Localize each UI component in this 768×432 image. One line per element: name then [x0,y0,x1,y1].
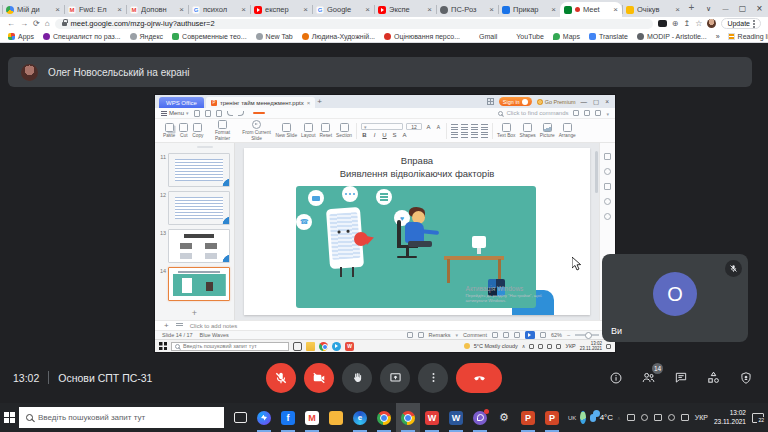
keyboard-layout-label[interactable]: UK [568,415,576,421]
comment-button[interactable]: Comment [463,332,487,338]
notification-center-button[interactable]: 22 [752,413,764,423]
increase-font-icon[interactable]: A [425,124,432,130]
bookmark-item[interactable]: Яндекс [130,33,164,40]
save-icon[interactable] [194,110,200,117]
activities-button[interactable] [706,370,721,385]
camera-toggle-button[interactable] [304,363,334,393]
fit-slide-icon[interactable] [540,332,546,338]
tab-close-icon[interactable] [55,5,60,14]
underline-button[interactable]: U [381,132,388,138]
bookmark-item[interactable]: Оцінювання персо... [384,33,460,40]
browser-tab[interactable]: ПС-Роз [436,2,498,17]
notes-bar[interactable]: Click to add notes [155,320,615,330]
tray-icon[interactable] [529,344,534,349]
animation-pane-icon[interactable] [604,183,611,190]
taskbar-app-button[interactable] [396,403,420,432]
lock-icon[interactable] [62,22,67,26]
find-commands[interactable]: Click to find commands [498,110,568,116]
host-controls-button[interactable] [739,371,753,385]
weather-app-icon[interactable] [580,411,586,424]
bullet-list-icon[interactable] [451,124,458,130]
tab-close-icon[interactable] [551,5,556,14]
wps-notify-icon[interactable] [573,110,579,116]
line-spacing-icon[interactable] [481,124,488,130]
wps-close-icon[interactable]: × [605,98,609,106]
end-call-button[interactable] [456,363,502,393]
taskbar-app-button[interactable] [300,403,324,432]
presenter-search-box[interactable]: Введіть пошуковий запит тут [171,342,289,351]
toolbar-button[interactable]: Arrange [559,123,576,139]
browser-tab[interactable]: Доповн [126,2,188,17]
more-tools-icon[interactable] [604,213,611,220]
tray-volume-icon[interactable] [668,414,675,421]
toolbar-button[interactable]: New Slide [275,123,297,139]
bookmark-item[interactable]: Специалист по раз... [43,33,121,40]
tray-display-icon[interactable] [627,414,635,421]
remarks-button[interactable]: Remarks [429,332,451,338]
toolbar-button[interactable]: Text Box [497,123,515,139]
align-left-icon[interactable] [451,132,458,138]
properties-icon[interactable] [604,168,611,175]
presenter-language[interactable]: УКР [565,343,575,349]
tray-icon[interactable] [538,344,543,349]
close-button[interactable] [751,0,768,17]
chrome-icon[interactable] [319,342,328,351]
bookmarks-overflow-icon[interactable]: » [716,33,720,40]
taskbar-app-button[interactable] [324,403,348,432]
slide-thumbnail[interactable]: 14 [157,267,230,301]
tab-close-icon[interactable] [365,5,370,14]
bookmark-item[interactable]: New Tab [256,33,293,40]
wps-menu-button[interactable]: Menu [161,110,189,116]
slide-thumbnail[interactable]: 11 [157,153,230,187]
tray-cloud-icon[interactable] [641,414,648,421]
panel-tab[interactable] [197,146,213,148]
raise-hand-button[interactable] [342,363,372,393]
handout-icon[interactable] [418,332,424,338]
browser-tab[interactable]: Прикар [498,2,560,17]
tab-close-icon[interactable] [179,5,184,14]
slide-sorter-icon[interactable] [503,332,509,338]
wps-restore-icon[interactable]: ▢ [593,98,599,106]
align-center-icon[interactable] [461,132,468,138]
wps-minimize-icon[interactable]: — [581,98,588,106]
new-tab-button[interactable] [683,0,700,15]
justify-icon[interactable] [481,132,488,138]
wps-new-tab-icon[interactable] [317,90,322,108]
toolbar-button[interactable]: Shapes [519,123,535,139]
chat-button[interactable] [674,371,688,385]
presenter-weather[interactable]: 5°C Mostly cloudy [474,343,518,349]
update-button[interactable]: Update [721,18,761,29]
tab-search-icon[interactable] [700,0,717,17]
undo-icon[interactable] [227,111,233,116]
tray-expand-icon[interactable] [522,343,526,349]
taskbar-search-input[interactable] [38,413,217,422]
self-view-tile[interactable]: O Ви [602,254,748,342]
participants-button[interactable]: 14 [641,370,656,385]
add-note-icon[interactable] [164,321,169,330]
address-bar[interactable]: meet.google.com/mzg-ojrw-iuy?authuser=2 [55,19,653,29]
zoom-out-icon[interactable] [567,332,571,338]
normal-view-icon[interactable] [492,332,498,338]
mic-toggle-button[interactable] [266,363,296,393]
ribbon-tab[interactable] [253,112,265,114]
tab-close-icon[interactable] [303,5,308,14]
tray-network-icon[interactable] [681,414,689,421]
taskbar-app-button[interactable] [516,403,540,432]
bookmark-star-icon[interactable]: ☆ [695,19,702,28]
minimize-button[interactable] [717,0,734,17]
taskbar-clock[interactable]: 13:02 23.11.2021 [714,409,746,425]
toolbar-button[interactable]: Picture [540,123,555,139]
toolbar-button[interactable]: Reset [320,123,333,139]
tab-close-icon[interactable] [675,5,680,14]
reload-icon[interactable]: ⟳ [33,19,40,28]
bookmark-item[interactable]: MODIP - Aristotle... [637,33,707,40]
browser-tab[interactable]: Google [312,2,374,17]
panel-tab[interactable] [176,146,192,148]
bookmark-item[interactable]: Современные тео... [172,33,247,40]
wps-icon[interactable] [345,342,354,351]
taskbar-app-button[interactable] [348,403,372,432]
toolbar-button[interactable]: Format Painter [207,120,237,141]
maximize-button[interactable] [734,0,751,17]
present-button[interactable] [380,363,410,393]
go-premium-button[interactable]: Go Premium [537,99,576,105]
